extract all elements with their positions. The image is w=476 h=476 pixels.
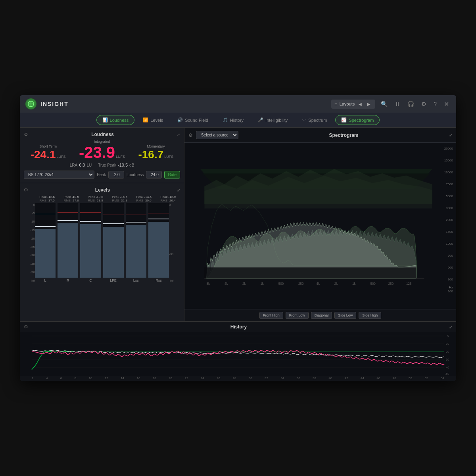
bar-redline-C [80, 212, 101, 213]
view-side-high[interactable]: Side High [359, 312, 381, 319]
momentary-lufs: LUFS [164, 155, 173, 159]
spectrogram-gear-icon[interactable]: ⚙ [188, 132, 193, 138]
history-expand-icon[interactable]: ⤢ [449, 325, 452, 329]
spectrogram-svg: 8k 4k 2k 1k 500 250 4k 2k 1k 500 250 125 [184, 143, 456, 309]
hz-label: Hz [449, 286, 453, 289]
svg-text:0: 0 [447, 334, 449, 337]
tab-spectrogram[interactable]: 📈 Spectrogram [335, 115, 380, 125]
tab-soundfield[interactable]: 🔊 Sound Field [171, 115, 214, 125]
true-peak-label: True Peak [98, 163, 116, 167]
levels-expand-icon[interactable]: ⤢ [177, 188, 180, 192]
time-46: 46 [376, 376, 380, 380]
time-48: 48 [393, 376, 396, 380]
tab-spectrum[interactable]: 〰 Spectrum [296, 115, 333, 125]
bar-track-Rss [148, 203, 169, 278]
left-panel: ⚙ Loudness ⤢ Short Term -24.1 LUFS [20, 128, 184, 321]
loudness-expand-icon[interactable]: ⤢ [177, 132, 180, 137]
history-gear-icon[interactable]: ⚙ [24, 324, 28, 330]
layout-next[interactable]: ▶ [366, 101, 372, 107]
short-term-lufs: LUFS [57, 155, 66, 159]
view-side-low[interactable]: Side Low [334, 312, 356, 319]
true-peak-value: -10.5 [118, 163, 128, 167]
loudness-icon: 📊 [102, 117, 108, 123]
loudness-title: Loudness [28, 132, 177, 137]
freq-2000: 2000 [446, 218, 453, 222]
svg-text:500: 500 [278, 282, 284, 286]
bar-label-R: R [67, 278, 69, 282]
bar-rms-LFE [103, 227, 124, 278]
history-panel: ⚙ History ⤢ 0 [20, 321, 456, 381]
ch-header-R: Peak -10.5 RMS -27.6 [59, 195, 83, 202]
short-term-col: Short Term -24.1 LUFS [31, 144, 66, 160]
ch-header-Lss: Peak -14.5 RMS -30.6 [132, 195, 156, 202]
time-14: 14 [121, 376, 124, 380]
levels-header: ⚙ Levels ⤢ [24, 187, 180, 193]
svg-text:125: 125 [406, 282, 412, 286]
loudness-gear-icon[interactable]: ⚙ [24, 132, 28, 137]
ch-header-C: Peak -10.8 RMS -28.9 [83, 195, 107, 202]
svg-text:2k: 2k [242, 282, 246, 286]
freq-20000: 20000 [444, 147, 453, 150]
lra-value: 6.0 [79, 163, 85, 167]
view-front-high[interactable]: Front High [259, 312, 283, 319]
bar-label-C: C [89, 278, 92, 282]
time-24: 24 [201, 376, 204, 380]
controls-row: BS:1770-2/3/4 Peak -2.0 Loudness -24.0 G… [24, 171, 180, 179]
bar-label-Rss: Rss [155, 278, 162, 282]
lu-unit: LU [86, 163, 92, 167]
svg-text:250: 250 [298, 282, 304, 286]
bar-peak-L [35, 226, 56, 227]
help-icon[interactable]: ? [432, 99, 438, 109]
top-panels: ⚙ Loudness ⤢ Short Term -24.1 LUFS [20, 128, 456, 321]
gate-button[interactable]: Gate [164, 171, 180, 178]
bar-Rss: Rss [148, 203, 169, 282]
tab-history[interactable]: 🎵 History [217, 115, 250, 125]
history-icon: 🎵 [223, 117, 228, 123]
headphones-icon[interactable]: 🎧 [406, 99, 416, 109]
spectrogram-title: Spectrogram [242, 132, 446, 138]
levels-gear-icon[interactable]: ⚙ [24, 187, 28, 193]
layout-prev[interactable]: ◀ [357, 101, 363, 107]
layout-selector[interactable]: ≡ Layouts ◀ ▶ [331, 100, 375, 109]
app-window: INSIGHT ≡ Layouts ◀ ▶ 🔍 ⏸ 🎧 ⚙ ? ✕ 📊 Loud… [20, 95, 456, 381]
standard-select[interactable]: BS:1770-2/3/4 [24, 171, 94, 179]
outer-wrapper: INSIGHT ≡ Layouts ◀ ▶ 🔍 ⏸ 🎧 ⚙ ? ✕ 📊 Loud… [0, 0, 476, 476]
bar-L: L [35, 203, 56, 282]
loudness-ctrl-label: Loudness [127, 173, 144, 177]
levels-icon: 📶 [143, 117, 148, 123]
time-8: 8 [75, 376, 76, 380]
time-30: 30 [249, 376, 252, 380]
source-select[interactable]: Select a source [196, 131, 238, 139]
integrated-label: Integrated [94, 140, 110, 144]
settings-icon[interactable]: ⚙ [420, 99, 428, 109]
tab-loudness[interactable]: 📊 Loudness [96, 115, 135, 125]
loudness-header: ⚙ Loudness ⤢ [24, 132, 180, 137]
freq-1000: 1000 [446, 242, 453, 246]
time-22: 22 [184, 376, 188, 380]
freq-700: 700 [448, 254, 453, 257]
lra-item: LRA 6.0 LU [70, 163, 92, 167]
bar-rms-L [35, 229, 56, 278]
time-40: 40 [328, 376, 332, 380]
close-icon[interactable]: ✕ [442, 99, 451, 109]
bar-rms-R [58, 223, 78, 278]
time-32: 32 [265, 376, 268, 380]
spectrogram-header: ⚙ Select a source Spectrogram ⤢ [184, 128, 456, 143]
svg-text:-40: -40 [445, 366, 449, 369]
short-term-label: Short Term [39, 144, 57, 148]
svg-text:1k: 1k [352, 282, 356, 286]
bar-track-LFE [103, 203, 124, 278]
search-icon[interactable]: 🔍 [379, 99, 389, 109]
view-front-low[interactable]: Front Low [286, 312, 309, 319]
time-50: 50 [409, 376, 412, 380]
tab-intelligibility[interactable]: 🎤 Intelligibility [252, 115, 294, 125]
tab-levels[interactable]: 📶 Levels [137, 115, 169, 125]
spectrogram-expand-icon[interactable]: ⤢ [449, 133, 452, 137]
view-diagonal[interactable]: Diagonal [311, 312, 332, 319]
time-36: 36 [297, 376, 300, 380]
soundfield-icon: 🔊 [177, 117, 183, 123]
bar-peak-C [80, 221, 101, 222]
pause-icon[interactable]: ⏸ [393, 99, 402, 109]
time-6: 6 [60, 376, 62, 380]
bar-redline-Rss [148, 213, 169, 213]
